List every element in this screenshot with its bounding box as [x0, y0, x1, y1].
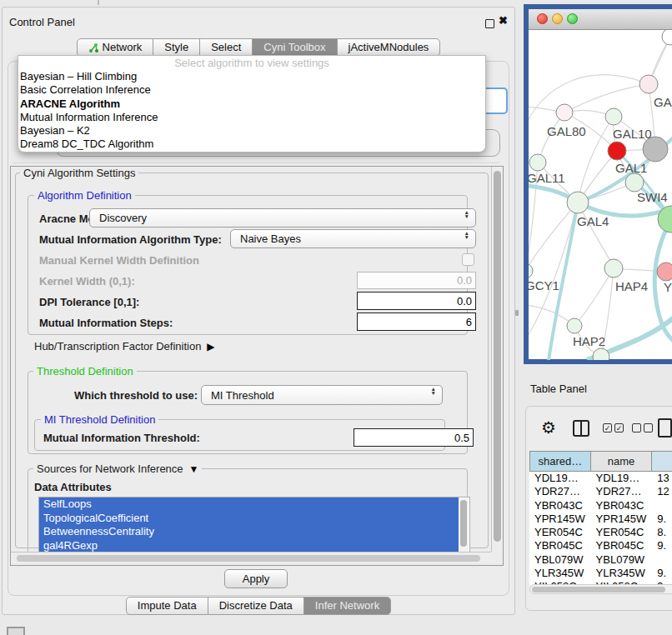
table-panel-window: ⚙ ✓ ✓ shared… name YDL19…YDL19…13 YDR27…… — [525, 406, 672, 611]
tab-discretize-data[interactable]: Discretize Data — [208, 597, 304, 615]
list-item-gal4rgexp[interactable]: gal4RGexp — [39, 539, 459, 553]
unchecked-checkbox-icon[interactable] — [632, 423, 641, 432]
table-row[interactable]: YDL19…YDL19…13 — [529, 472, 672, 485]
scrollbar-thumb[interactable] — [494, 171, 501, 542]
label-gal-cut: GAL — [654, 95, 672, 109]
algorithm-option-mutual-information[interactable]: Mutual Information Inference — [18, 111, 485, 124]
scrollbar-thumb[interactable] — [17, 555, 480, 562]
kernel-width-label: Kernel Width (0,1): — [39, 275, 135, 288]
combo-arrows-icon: ▲▼ — [464, 210, 469, 218]
node-gal11[interactable] — [529, 154, 546, 171]
expanded-arrow-icon: ▼ — [186, 463, 198, 475]
table-horizontal-scrollbar[interactable] — [529, 584, 672, 594]
column-header-cut[interactable] — [652, 452, 672, 471]
scrollbar-thumb[interactable] — [460, 500, 467, 547]
node-hap2[interactable] — [567, 318, 582, 333]
mi-threshold-field[interactable] — [354, 428, 474, 447]
table-toolbar: ⚙ ✓ ✓ — [526, 415, 672, 443]
data-attributes-list[interactable]: SelfLoops TopologicalCoefficient Between… — [38, 497, 470, 554]
tab-select[interactable]: Select — [199, 38, 253, 57]
list-item-selfloops[interactable]: SelfLoops — [39, 498, 459, 512]
label-swi4: SWI4 — [637, 190, 668, 204]
node-gal4[interactable] — [567, 192, 589, 213]
node-unlabeled-top[interactable] — [662, 30, 672, 45]
list-item-topologicalcoefficient[interactable]: TopologicalCoefficient — [39, 512, 459, 526]
combo-arrows-icon: ▲▼ — [464, 231, 469, 239]
network-node-labels: GAL GAL80 GAL10 GAL1 GAL11 SWI4 GAL4 GCY… — [529, 95, 672, 348]
node-hap4[interactable] — [604, 259, 623, 278]
network-graph[interactable]: GAL GAL80 GAL10 GAL1 GAL11 SWI4 GAL4 GCY… — [529, 30, 672, 360]
close-window-button[interactable]: ✖ — [499, 14, 508, 27]
gear-icon[interactable]: ⚙ — [541, 418, 556, 438]
algorithm-option-aracne[interactable]: ARACNE Algorithm — [18, 98, 485, 111]
minimize-traffic-light[interactable] — [552, 13, 563, 24]
node-y-cut[interactable] — [657, 262, 672, 281]
attributes-list-scrollbar[interactable] — [459, 498, 469, 552]
hub-tf-definition-toggle[interactable]: Hub/Transcription Factor Definition ▶ — [34, 340, 215, 352]
network-window-titlebar[interactable] — [529, 9, 672, 30]
list-item-betweennesscentrality[interactable]: BetweennessCentrality — [39, 525, 459, 539]
label-hap4: HAP4 — [615, 279, 648, 293]
checked-checkbox-icon[interactable]: ✓ — [614, 423, 624, 432]
network-tab-icon — [88, 42, 99, 53]
zoom-traffic-light[interactable] — [567, 13, 578, 24]
algorithm-option-basic-correlation[interactable]: Basic Correlation Inference — [18, 83, 485, 97]
table-row[interactable]: YLR345WYLR345W9. — [529, 567, 672, 580]
mi-threshold-definition-title: MI Threshold Definition — [41, 413, 158, 426]
node-swi4[interactable] — [625, 173, 644, 192]
node-table: shared… name YDL19…YDL19…13 YDR27…YDR27…… — [529, 451, 672, 585]
tab-cyni-toolbox[interactable]: Cyni Toolbox — [252, 38, 337, 57]
node-gal1[interactable] — [608, 142, 626, 160]
minimized-panel-icon[interactable] — [7, 627, 25, 635]
close-traffic-light[interactable] — [537, 13, 548, 24]
manual-kernel-width-checkbox[interactable] — [462, 253, 474, 266]
tab-style[interactable]: Style — [153, 38, 200, 57]
table-row[interactable]: YPR145WYPR145W9. — [529, 512, 672, 526]
float-window-button[interactable] — [485, 19, 494, 28]
dpi-tolerance-field[interactable] — [357, 292, 476, 310]
control-panel-window: Control Panel ✖ Network Style Select Cyn… — [2, 7, 515, 615]
table-row[interactable]: YBR045CYBR045C9. — [529, 539, 672, 552]
kernel-width-field[interactable] — [357, 272, 476, 289]
node-gal80[interactable] — [556, 104, 573, 121]
which-threshold-combo[interactable]: MI Threshold ▲▼ — [201, 385, 443, 405]
dpi-tolerance-label: DPI Tolerance [0,1]: — [39, 296, 139, 308]
mi-steps-field[interactable] — [357, 312, 476, 331]
panel-divider-handle[interactable] — [515, 310, 519, 316]
mi-algorithm-type-combo[interactable]: Naive Bayes ▲▼ — [230, 229, 476, 248]
tab-jactivemnodules[interactable]: jActiveMNodules — [337, 38, 441, 57]
manual-kernel-width-label: Manual Kernel Width Definition — [39, 254, 199, 267]
algorithm-option-bayesian-hill-climbing[interactable]: Bayesian – Hill Climbing — [18, 70, 485, 83]
settings-vertical-scrollbar[interactable] — [491, 167, 503, 552]
table-row[interactable]: YDR27…YDR27…12 — [529, 485, 672, 498]
control-panel-tabbar: Network Style Select Cyni Toolbox jActiv… — [3, 38, 514, 57]
scrollbar-thumb[interactable] — [532, 587, 665, 592]
apply-button[interactable]: Apply — [224, 569, 288, 588]
node-gal10[interactable] — [605, 108, 622, 125]
split-columns-icon[interactable] — [573, 420, 589, 437]
column-header-shared-name[interactable]: shared… — [529, 452, 591, 471]
unchecked-checkbox-icon[interactable] — [644, 423, 653, 432]
algorithm-definition-title: Algorithm Definition — [34, 189, 135, 202]
algorithm-option-dream8[interactable]: Dream8 DC_TDC Algorithm — [18, 138, 485, 151]
node-gal-cut[interactable] — [639, 75, 658, 93]
node-gcy1[interactable] — [529, 263, 533, 278]
sources-title[interactable]: Sources for Network Inference ▼ — [33, 462, 202, 475]
tab-infer-network[interactable]: Infer Network — [303, 597, 391, 615]
checked-checkbox-icon[interactable]: ✓ — [603, 423, 612, 432]
tab-network[interactable]: Network — [77, 38, 154, 57]
table-row[interactable]: YBL079WYBL079W — [529, 553, 672, 567]
network-teal-edges — [529, 132, 672, 360]
collapsed-arrow-icon: ▶ — [204, 341, 215, 352]
algorithm-option-bayesian-k2[interactable]: Bayesian – K2 — [18, 124, 485, 138]
label-hap2: HAP2 — [573, 334, 605, 348]
table-row[interactable]: YBR043CYBR043C — [529, 499, 672, 512]
column-header-name[interactable]: name — [591, 452, 653, 471]
tab-impute-data[interactable]: Impute Data — [126, 597, 208, 615]
table-row[interactable]: YER054CYER054C8. — [529, 526, 672, 539]
mi-algorithm-type-label: Mutual Information Algorithm Type: — [39, 233, 222, 246]
settings-horizontal-scrollbar[interactable] — [11, 552, 491, 564]
aracne-mode-combo[interactable]: Discovery ▲▼ — [89, 208, 476, 228]
cyni-bottom-tabbar: Impute Data Discretize Data Infer Networ… — [3, 597, 514, 615]
document-icon[interactable] — [658, 418, 672, 438]
